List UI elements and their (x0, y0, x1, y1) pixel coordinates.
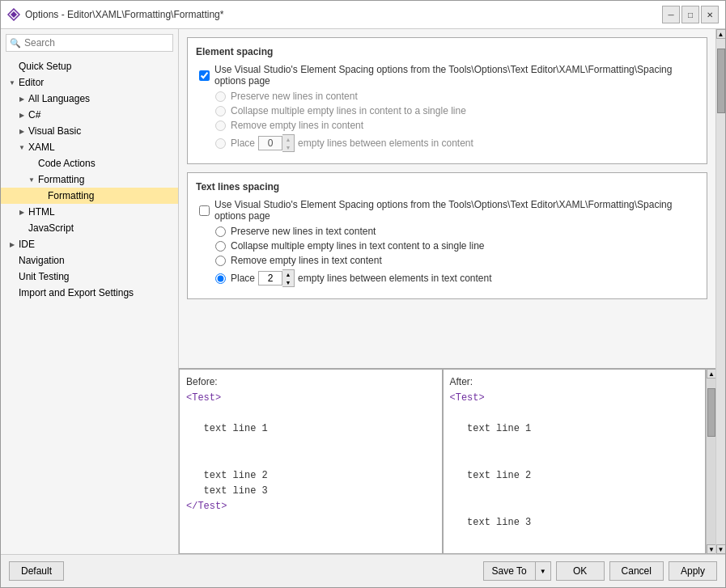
tree-item-label: C# (28, 109, 40, 121)
tls-checkbox[interactable] (199, 205, 210, 216)
preview-before-pane: Before: <Test> text line 1 text line 2 t… (179, 369, 443, 554)
expand-icon: ▶ (7, 239, 17, 249)
es-preserve-radio[interactable] (215, 91, 226, 102)
element-spacing-checkbox[interactable] (199, 70, 210, 81)
tree-item-formatting-parent[interactable]: ▼ Formatting (1, 171, 178, 188)
tree-item-import-export[interactable]: Import and Export Settings (1, 285, 178, 301)
es-radio-preserve-row: Preserve new lines in content (215, 91, 698, 102)
after-open-tag: <Test> (450, 392, 485, 404)
tree-item-label: Formatting (48, 190, 94, 201)
es-number-input[interactable] (258, 136, 282, 150)
window-title: Options - Editor\XAML\Formatting\Formatt… (25, 9, 223, 20)
close-button[interactable]: ✕ (701, 6, 719, 23)
save-to-split-button: Save To ▼ (483, 561, 551, 581)
tls-remove-label: Remove empty lines in text content (231, 255, 382, 266)
minimize-button[interactable]: ─ (662, 6, 680, 23)
maximize-button[interactable]: □ (681, 6, 699, 23)
tree-item-editor[interactable]: ▼ Editor (1, 74, 178, 91)
element-spacing-title: Element spacing (196, 46, 698, 57)
tls-spin-up[interactable]: ▲ (282, 270, 294, 278)
tree-item-visual-basic[interactable]: ▶ Visual Basic (1, 123, 178, 139)
cancel-button[interactable]: Cancel (609, 561, 664, 581)
es-radio-collapse-row: Collapse multiple empty lines in content… (215, 105, 698, 116)
es-remove-radio[interactable] (215, 121, 226, 131)
es-collapse-label: Collapse multiple empty lines in content… (231, 105, 466, 116)
preview-after-code: <Test> text line 1 text line 2 text line… (450, 391, 699, 554)
tls-remove-radio[interactable] (215, 256, 226, 266)
tls-spin-down[interactable]: ▼ (282, 278, 294, 286)
es-spin-down[interactable]: ▼ (282, 143, 294, 151)
search-icon: 🔍 (10, 38, 21, 49)
tree-item-quick-setup[interactable]: Quick Setup (1, 58, 178, 74)
tls-preserve-label: Preserve new lines in text content (231, 226, 376, 237)
tls-number-input[interactable] (258, 271, 282, 286)
scroll-up-arrow[interactable]: ▲ (707, 369, 715, 379)
expand-icon: ▼ (7, 78, 17, 87)
after-line1: text line 1 (450, 423, 532, 434)
tls-sub-options: Preserve new lines in text content Colla… (196, 226, 698, 287)
search-input[interactable] (6, 34, 173, 52)
tls-collapse-radio[interactable] (215, 241, 226, 252)
main-scroll-thumb[interactable] (717, 49, 725, 113)
after-line3: text line 3 (450, 517, 532, 528)
app-icon (7, 8, 20, 21)
scroll-thumb[interactable] (707, 388, 715, 437)
save-to-dropdown-arrow[interactable]: ▼ (535, 561, 551, 581)
title-bar: Options - Editor\XAML\Formatting\Formatt… (1, 1, 725, 29)
tree-item-ide[interactable]: ▶ IDE (1, 236, 178, 252)
es-spin-up[interactable]: ▲ (282, 135, 294, 143)
es-collapse-radio[interactable] (215, 106, 226, 116)
title-buttons: ─ □ ✕ (662, 6, 719, 23)
tree-item-all-languages[interactable]: ▶ All Languages (1, 91, 178, 107)
tls-checkbox-label[interactable]: Use Visual Studio's Element Spacing opti… (214, 199, 698, 222)
default-button[interactable]: Default (9, 561, 64, 581)
es-remove-label: Remove empty lines in content (231, 120, 363, 131)
tree-item-label: Navigation (19, 255, 65, 266)
tree-item-label: XAML (28, 142, 55, 153)
element-spacing-checkbox-label[interactable]: Use Visual Studio's Element Spacing opti… (214, 64, 698, 87)
content-area: 🔍 Quick Setup ▼ Editor (1, 29, 725, 554)
before-line2: text line 2 (186, 470, 268, 481)
tree-item-html[interactable]: ▶ HTML (1, 204, 178, 220)
options-dialog: Options - Editor\XAML\Formatting\Formatt… (0, 0, 726, 588)
tree-item-csharp[interactable]: ▶ C# (1, 107, 178, 123)
expand-icon (7, 61, 17, 71)
before-line1: text line 1 (186, 423, 268, 434)
tree-item-label: Formatting (38, 174, 84, 185)
tls-collapse-row: Collapse multiple empty lines in text co… (215, 240, 698, 252)
scroll-down-arrow[interactable]: ▼ (707, 544, 715, 554)
save-to-button[interactable]: Save To (483, 561, 535, 581)
tree-item-unit-testing[interactable]: Unit Testing (1, 269, 178, 285)
tls-collapse-label: Collapse multiple empty lines in text co… (231, 240, 485, 252)
tree-item-label: Code Actions (38, 158, 96, 169)
preview-scrollbar: ▲ ▼ (706, 369, 715, 554)
tls-place-suffix: empty lines between elements in text con… (298, 273, 491, 284)
tree-item-code-actions[interactable]: Code Actions (1, 155, 178, 171)
expand-icon: ▼ (27, 175, 36, 184)
main-scroll-down[interactable]: ▼ (716, 544, 726, 554)
text-lines-spacing-title: Text lines spacing (196, 181, 698, 192)
tree-item-formatting-sub[interactable]: Formatting (1, 188, 178, 204)
before-close-tag: </Test> (186, 501, 227, 512)
es-place-label: Place (231, 137, 255, 149)
es-number-input-wrap: ▲ ▼ (258, 134, 295, 152)
tree-item-navigation[interactable]: Navigation (1, 252, 178, 269)
preview-area: Before: <Test> text line 1 text line 2 t… (179, 368, 715, 554)
tree-item-xaml[interactable]: ▼ XAML (1, 139, 178, 155)
apply-button[interactable]: Apply (669, 561, 717, 581)
main-scroll-up[interactable]: ▲ (716, 29, 726, 39)
text-lines-spacing-section: Text lines spacing Use Visual Studio's E… (187, 172, 707, 299)
expand-icon: ▼ (17, 142, 27, 152)
expand-icon: ▶ (17, 94, 27, 104)
ok-button[interactable]: OK (556, 561, 605, 581)
element-spacing-checkbox-row: Use Visual Studio's Element Spacing opti… (196, 64, 698, 87)
tls-place-radio[interactable] (215, 273, 226, 284)
expand-icon: ▶ (17, 110, 27, 120)
expand-icon (36, 191, 46, 201)
es-place-radio[interactable] (215, 138, 226, 149)
tree-item-javascript[interactable]: JavaScript (1, 220, 178, 236)
panel-scroll: Element spacing Use Visual Studio's Elem… (179, 29, 715, 368)
tree-item-label: Editor (19, 77, 44, 88)
tls-preserve-radio[interactable] (215, 226, 226, 237)
before-open-tag: <Test> (186, 392, 221, 404)
